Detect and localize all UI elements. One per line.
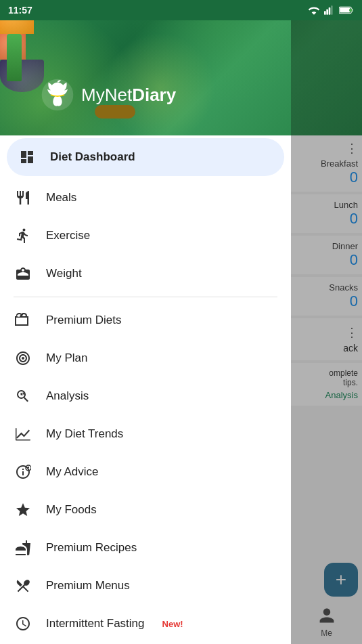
svg-rect-0	[324, 11, 326, 14]
drawer-header: MyNetDiary	[0, 0, 291, 135]
my-diet-trends-icon	[14, 425, 32, 444]
sidebar-item-my-diet-trends[interactable]: My Diet Trends	[0, 415, 291, 453]
my-advice-label: My Advice	[46, 465, 98, 479]
app-logo	[41, 78, 74, 112]
premium-recipes-label: Premium Recipes	[46, 541, 137, 555]
svg-rect-2	[329, 7, 331, 15]
premium-diets-icon	[14, 311, 32, 330]
weight-label: Weight	[46, 267, 82, 280]
svg-rect-9	[16, 439, 30, 441]
sidebar-item-weight[interactable]: Weight	[0, 255, 291, 293]
premium-menus-label: Premium Menus	[46, 579, 130, 593]
sidebar-item-diet-dashboard[interactable]: Diet Dashboard	[7, 138, 284, 176]
sidebar-item-my-plan[interactable]: My Plan	[0, 339, 291, 377]
navigation-drawer: MyNetDiary Diet Dashboard Meals	[0, 0, 291, 644]
svg-rect-1	[326, 9, 328, 15]
menu-divider	[14, 297, 277, 297]
sidebar-item-exercise[interactable]: Exercise	[0, 217, 291, 255]
diet-dashboard-label: Diet Dashboard	[50, 150, 135, 164]
my-plan-icon	[14, 349, 32, 368]
exercise-icon	[14, 226, 32, 245]
svg-rect-3	[331, 5, 333, 14]
weight-icon	[14, 264, 32, 283]
dashboard-icon	[18, 148, 37, 167]
my-plan-label: My Plan	[46, 351, 87, 365]
sidebar-item-premium-recipes[interactable]: Premium Recipes	[0, 529, 291, 567]
sidebar-item-my-foods[interactable]: My Foods	[0, 491, 291, 529]
my-foods-icon	[14, 500, 32, 519]
my-foods-label: My Foods	[46, 503, 97, 517]
status-bar: 11:57	[0, 0, 362, 20]
analysis-icon	[14, 387, 32, 406]
header-bottle	[7, 34, 22, 81]
drawer-menu: Diet Dashboard Meals Exercise	[0, 138, 291, 643]
svg-rect-10	[16, 428, 17, 440]
premium-menus-icon	[14, 576, 32, 595]
premium-diets-label: Premium Diets	[46, 314, 121, 327]
intermittent-fasting-label: Intermittent Fasting	[46, 617, 145, 630]
sidebar-item-premium-diets[interactable]: Premium Diets	[0, 301, 291, 339]
drawer-logo-area: MyNetDiary	[41, 78, 176, 112]
my-diet-trends-label: My Diet Trends	[46, 427, 123, 441]
meals-icon	[14, 188, 32, 207]
svg-rect-6	[340, 7, 350, 12]
exercise-label: Exercise	[46, 229, 90, 242]
svg-point-7	[349, 9, 353, 12]
status-time: 11:57	[8, 5, 32, 16]
signal-icon	[324, 5, 335, 15]
sidebar-item-meals[interactable]: Meals	[0, 179, 291, 217]
battery-icon	[339, 5, 354, 15]
sidebar-item-premium-menus[interactable]: Premium Menus	[0, 567, 291, 605]
intermittent-fasting-icon	[14, 614, 32, 633]
my-advice-icon	[14, 463, 32, 481]
sidebar-item-analysis[interactable]: Analysis	[0, 377, 291, 415]
sidebar-item-intermittent-fasting[interactable]: Intermittent Fasting New!	[0, 605, 291, 643]
new-badge: New!	[162, 619, 183, 629]
status-icons	[308, 5, 354, 15]
meals-label: Meals	[46, 191, 76, 205]
sidebar-item-my-advice[interactable]: My Advice	[0, 453, 291, 491]
premium-recipes-icon	[14, 538, 32, 557]
wifi-icon	[308, 5, 320, 15]
analysis-label: Analysis	[46, 389, 89, 403]
